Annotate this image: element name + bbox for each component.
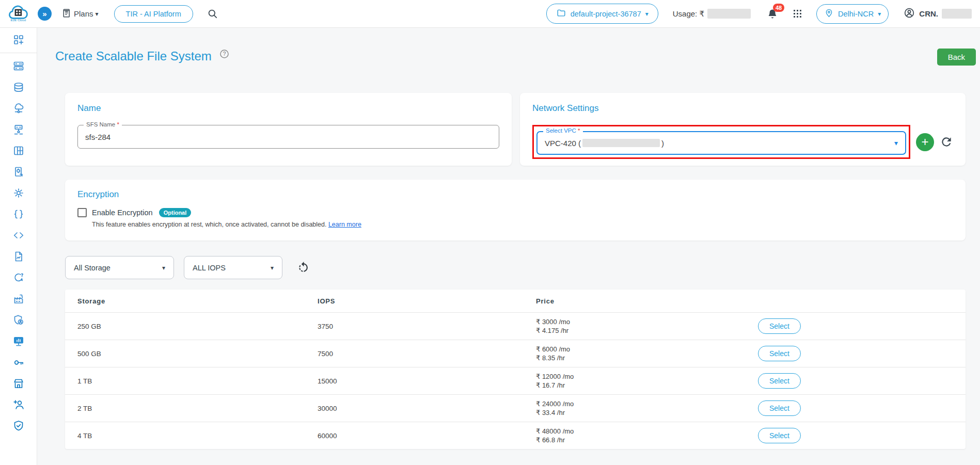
chevron-down-icon: ▾	[162, 264, 165, 271]
chevron-down-icon: ▾	[96, 10, 99, 18]
price-cell: ₹ 12000 /mo ₹ 16.7 /hr	[536, 372, 758, 390]
price-hourly: ₹ 16.7 /hr	[536, 381, 565, 389]
plans-menu[interactable]: Plans ▾	[61, 8, 99, 20]
monitoring-icon[interactable]	[12, 335, 25, 347]
support-chat-icon[interactable]	[12, 271, 25, 284]
plans-icon	[61, 8, 72, 20]
storage-cell: 4 TB	[77, 432, 318, 440]
storage-cell: 1 TB	[77, 377, 318, 385]
settings-icon[interactable]	[12, 187, 25, 199]
file-report-icon[interactable]	[12, 250, 25, 263]
svg-text:E2E Cloud: E2E Cloud	[10, 18, 26, 21]
vpc-value-prefix: VPC-420 (	[545, 139, 581, 148]
back-button[interactable]: Back	[937, 49, 976, 66]
account-menu[interactable]: CRN.	[903, 7, 972, 21]
api-key-icon[interactable]	[12, 356, 25, 368]
enable-encryption-checkbox[interactable]	[77, 208, 87, 217]
storage-filter-dropdown[interactable]: All Storage ▾	[65, 256, 174, 279]
select-plan-button[interactable]: Select	[758, 318, 801, 334]
table-row: 500 GB 7500 ₹ 6000 /mo ₹ 8.35 /hr Select	[65, 340, 966, 367]
add-vpc-button[interactable]: +	[916, 133, 934, 151]
braces-icon[interactable]	[12, 208, 25, 220]
select-vpc-label: Select VPC *	[543, 127, 583, 134]
add-user-icon[interactable]	[12, 398, 25, 411]
price-cell: ₹ 24000 /mo ₹ 33.4 /hr	[536, 399, 758, 417]
learn-more-link[interactable]: Learn more	[328, 221, 361, 228]
code-icon[interactable]	[12, 229, 25, 242]
table-row: 250 GB 3750 ₹ 3000 /mo ₹ 4.175 /hr Selec…	[65, 312, 966, 340]
infrastructure-icon[interactable]	[12, 293, 25, 305]
database-icon[interactable]	[12, 81, 25, 93]
sidebar-expand-button[interactable]: »	[38, 7, 52, 21]
app-catalog-icon[interactable]	[12, 145, 25, 157]
name-card: Name SFS Name *	[65, 93, 512, 166]
encryption-card-heading: Encryption	[77, 189, 953, 200]
select-plan-button[interactable]: Select	[758, 346, 801, 361]
project-selector[interactable]: default-project-36787 ▾	[546, 4, 658, 24]
iops-cell: 30000	[318, 405, 536, 412]
sfs-name-input[interactable]	[78, 125, 499, 148]
price-cell: ₹ 48000 /mo ₹ 66.8 /hr	[536, 427, 758, 444]
storage-cell: 2 TB	[77, 405, 318, 412]
price-monthly: ₹ 24000 /mo	[536, 400, 574, 408]
reset-filters-button[interactable]	[297, 261, 310, 274]
refresh-vpc-button[interactable]	[940, 135, 953, 149]
chevron-down-icon: ▾	[878, 10, 881, 18]
location-pin-icon	[824, 8, 834, 20]
dashboard-create-icon[interactable]	[12, 34, 25, 46]
encryption-description: This feature enables encryption at rest,…	[92, 221, 953, 228]
storage-filter-value: All Storage	[74, 264, 110, 272]
chevron-down-icon: ▾	[271, 264, 274, 271]
price-hourly: ₹ 8.35 /hr	[536, 354, 565, 362]
chevron-down-icon: ▾	[645, 10, 649, 18]
region-selector-label: Delhi-NCR	[838, 10, 874, 18]
network-settings-card: Network Settings Select VPC * VPC-420 ( …	[520, 93, 966, 166]
security-compliance-icon[interactable]	[12, 420, 25, 432]
server-network-icon[interactable]	[12, 123, 25, 136]
cloud-network-icon[interactable]	[12, 102, 25, 115]
name-card-heading: Name	[77, 103, 499, 114]
svg-text:?: ?	[223, 51, 226, 57]
table-row: 2 TB 30000 ₹ 24000 /mo ₹ 33.4 /hr Select	[65, 394, 966, 422]
iops-cell: 7500	[318, 350, 536, 358]
column-header-price: Price	[536, 297, 758, 305]
iops-filter-value: ALL IOPS	[193, 264, 226, 272]
sidebar-nav	[0, 28, 37, 465]
account-label: CRN.	[919, 9, 938, 18]
marketplace-icon[interactable]	[12, 377, 25, 390]
column-header-storage: Storage	[77, 297, 318, 305]
project-selector-label: default-project-36787	[571, 10, 641, 18]
billing-icon[interactable]	[12, 166, 25, 178]
column-header-iops: IOPS	[318, 297, 536, 305]
table-row: 1 TB 15000 ₹ 12000 /mo ₹ 16.7 /hr Select	[65, 367, 966, 394]
select-plan-button[interactable]: Select	[758, 428, 801, 443]
tir-ai-platform-button[interactable]: TIR - AI Platform	[114, 5, 193, 23]
table-header-row: Storage IOPS Price	[65, 290, 966, 312]
topbar: E2E Cloud » Plans ▾ TIR - AI Platform de…	[0, 0, 980, 28]
vpc-name-redacted	[582, 139, 660, 147]
notification-count-badge: 48	[773, 4, 784, 12]
sfs-name-label: SFS Name *	[84, 121, 122, 127]
price-monthly: ₹ 48000 /mo	[536, 427, 574, 435]
price-hourly: ₹ 4.175 /hr	[536, 327, 568, 334]
select-plan-button[interactable]: Select	[758, 373, 801, 389]
sidebar-divider	[0, 53, 37, 53]
notifications-button[interactable]: 48	[766, 8, 779, 20]
page-title: Create Scalable File System	[55, 49, 212, 63]
usage-amount-redacted	[707, 9, 751, 19]
compute-nodes-icon[interactable]	[12, 60, 25, 72]
iops-filter-dropdown[interactable]: ALL IOPS ▾	[184, 256, 282, 279]
iops-cell: 60000	[318, 432, 536, 440]
enable-encryption-label: Enable Encryption	[92, 209, 153, 217]
search-icon[interactable]	[207, 8, 218, 20]
select-plan-button[interactable]: Select	[758, 400, 801, 416]
apps-grid-icon[interactable]	[792, 8, 803, 19]
e2e-cloud-logo[interactable]: E2E Cloud	[5, 2, 31, 26]
shield-user-icon[interactable]	[12, 314, 25, 326]
price-cell: ₹ 6000 /mo ₹ 8.35 /hr	[536, 345, 758, 362]
chevron-down-icon: ▾	[894, 139, 898, 147]
select-vpc-dropdown[interactable]: Select VPC * VPC-420 ( ) ▾	[536, 131, 906, 155]
region-selector[interactable]: Delhi-NCR ▾	[816, 4, 889, 24]
help-icon[interactable]: ?	[219, 49, 230, 61]
iops-cell: 15000	[318, 377, 536, 385]
